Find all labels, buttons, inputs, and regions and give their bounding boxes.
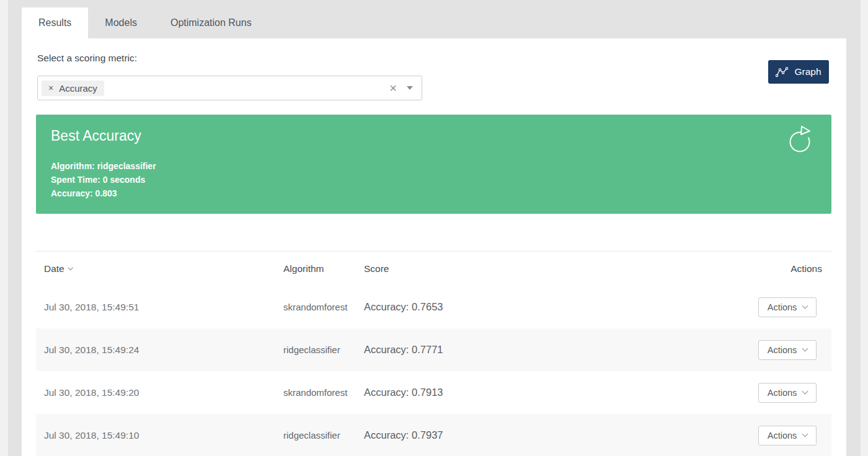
table-row: Jul 30, 2018, 15:49:24 ridgeclassifier A… <box>36 328 831 371</box>
best-card-details: Algorithm: ridgeclassifier Spent Time: 0… <box>51 159 156 200</box>
row-actions-button[interactable]: Actions <box>758 383 817 403</box>
chevron-down-icon <box>802 431 808 437</box>
header-score: Score <box>364 263 738 274</box>
tab-results[interactable]: Results <box>22 7 88 38</box>
row-actions-button[interactable]: Actions <box>758 340 817 360</box>
graph-button-label: Graph <box>794 66 821 77</box>
actions-button-label: Actions <box>768 345 797 355</box>
metric-select[interactable]: × Accuracy × <box>37 76 422 100</box>
table-row: Jul 30, 2018, 15:49:20 skrandomforest Ac… <box>36 371 831 414</box>
clear-selection-icon[interactable]: × <box>389 82 397 94</box>
table-row: Jul 30, 2018, 15:49:51 skrandomforest Ac… <box>36 286 831 328</box>
page-right-margin <box>861 0 868 456</box>
line-chart-icon <box>776 67 789 77</box>
row-score: Accuracy: 0.7771 <box>364 344 738 356</box>
results-table: Date Algorithm Score Actions Jul 30, 201… <box>36 251 831 456</box>
best-card-spent-time: Spent Time: 0 seconds <box>51 173 156 186</box>
row-algorithm: ridgeclassifier <box>283 344 364 355</box>
row-score: Accuracy: 0.7653 <box>364 301 738 313</box>
selected-metric-label: Accuracy <box>59 83 97 94</box>
actions-button-label: Actions <box>768 302 797 312</box>
table-row: Jul 30, 2018, 15:49:10 ridgeclassifier A… <box>36 414 831 456</box>
header-algorithm: Algorithm <box>283 263 364 274</box>
best-card-title: Best Accuracy <box>51 128 141 144</box>
best-card-algorithm: Algorithm: ridgeclassifier <box>51 159 156 173</box>
results-panel: Select a scoring metric: × Accuracy × Gr… <box>22 38 846 456</box>
header-date-label: Date <box>44 263 64 274</box>
header-date[interactable]: Date <box>36 263 283 274</box>
row-date: Jul 30, 2018, 15:49:10 <box>36 430 283 441</box>
actions-button-label: Actions <box>768 431 797 441</box>
page-left-margin <box>0 0 8 456</box>
graph-button[interactable]: Graph <box>768 60 829 84</box>
tab-bar: Results Models Optimization Runs <box>22 7 268 38</box>
row-date: Jul 30, 2018, 15:49:51 <box>36 302 283 313</box>
row-algorithm: skrandomforest <box>283 387 364 398</box>
row-score: Accuracy: 0.7913 <box>364 387 738 398</box>
tab-optimization-runs[interactable]: Optimization Runs <box>154 7 268 38</box>
remove-tag-icon[interactable]: × <box>48 84 53 92</box>
best-score-card: Best Accuracy Algorithm: ridgeclassifier… <box>36 115 831 214</box>
row-date: Jul 30, 2018, 15:49:24 <box>36 344 283 356</box>
row-algorithm: skrandomforest <box>283 302 364 312</box>
row-actions-button[interactable]: Actions <box>758 426 817 445</box>
chevron-down-icon <box>802 346 808 352</box>
row-actions-button[interactable]: Actions <box>758 297 817 317</box>
actions-button-label: Actions <box>768 388 797 398</box>
row-algorithm: ridgeclassifier <box>283 430 364 441</box>
best-card-score: Accuracy: 0.803 <box>51 186 156 200</box>
chevron-down-icon <box>802 303 808 309</box>
tab-models[interactable]: Models <box>88 7 154 38</box>
selected-metric-tag: × Accuracy <box>42 81 104 96</box>
table-header-row: Date Algorithm Score Actions <box>36 252 831 286</box>
row-score: Accuracy: 0.7937 <box>364 429 738 441</box>
header-actions: Actions <box>738 263 831 274</box>
chevron-down-icon <box>802 388 808 395</box>
metric-select-label: Select a scoring metric: <box>37 53 137 64</box>
refresh-icon[interactable] <box>786 123 815 156</box>
sort-desc-icon <box>68 265 73 270</box>
dropdown-caret-icon[interactable] <box>407 86 413 90</box>
row-date: Jul 30, 2018, 15:49:20 <box>36 387 283 398</box>
